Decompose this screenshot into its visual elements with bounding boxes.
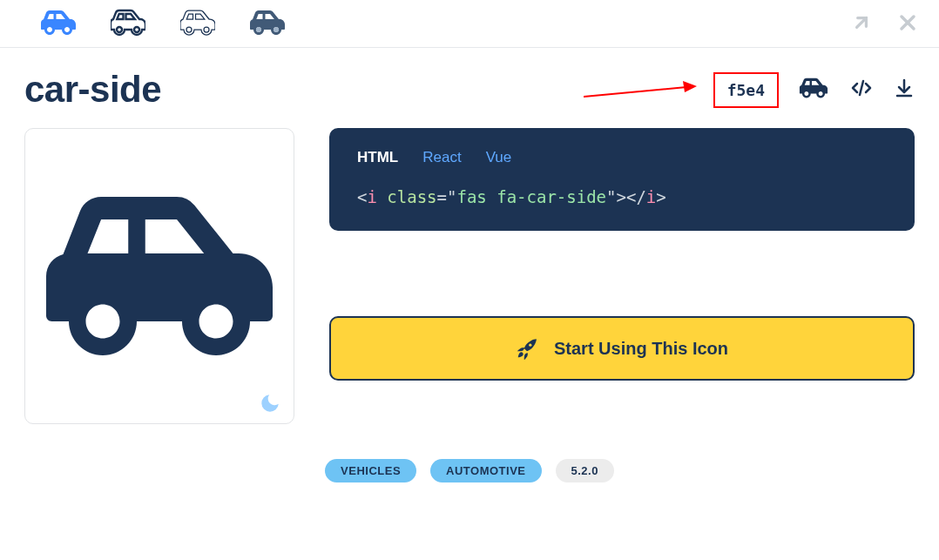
code-snippet[interactable]: <i class="fas fa-car-side"></i> <box>357 187 887 206</box>
tag-automotive[interactable]: AUTOMOTIVE <box>430 459 541 482</box>
svg-point-1 <box>274 27 279 32</box>
style-variants <box>38 9 287 37</box>
code-panel: HTML React Vue <i class="fas fa-car-side… <box>329 128 915 231</box>
car-side-icon <box>46 185 273 368</box>
svg-point-0 <box>256 27 261 32</box>
style-variant-duotone[interactable] <box>247 9 287 37</box>
style-variant-solid[interactable] <box>38 9 78 37</box>
svg-marker-3 <box>683 81 697 92</box>
download-icon[interactable] <box>894 78 915 102</box>
right-column: HTML React Vue <i class="fas fa-car-side… <box>329 128 915 381</box>
tag-vehicles[interactable]: VEHICLES <box>325 459 416 482</box>
code-tab-react[interactable]: React <box>422 149 461 166</box>
topbar <box>0 0 939 48</box>
code-tab-vue[interactable]: Vue <box>486 149 512 166</box>
icon-preview-small-icon[interactable] <box>798 77 829 103</box>
start-using-button[interactable]: Start Using This Icon <box>329 316 915 381</box>
style-variant-regular[interactable] <box>108 9 148 37</box>
style-variant-light[interactable] <box>178 9 218 37</box>
code-icon[interactable] <box>848 78 875 102</box>
icon-title: car-side <box>24 69 161 111</box>
svg-point-6 <box>529 344 531 347</box>
meta-actions: f5e4 <box>713 72 915 108</box>
top-actions <box>850 11 918 34</box>
code-tabs: HTML React Vue <box>357 149 887 166</box>
dark-mode-toggle[interactable] <box>259 392 281 415</box>
svg-line-2 <box>584 87 686 97</box>
annotation-arrow-icon <box>584 79 697 100</box>
unicode-value[interactable]: f5e4 <box>713 72 779 108</box>
moon-icon <box>259 392 281 415</box>
title-row: car-side f5e4 <box>0 48 939 128</box>
main-content: HTML React Vue <i class="fas fa-car-side… <box>0 128 939 424</box>
icon-preview-panel <box>24 128 294 424</box>
close-icon[interactable] <box>897 12 918 33</box>
cta-label: Start Using This Icon <box>554 339 728 359</box>
tags-row: VEHICLES AUTOMOTIVE 5.2.0 <box>0 459 939 482</box>
svg-line-4 <box>860 81 863 95</box>
version-pill[interactable]: 5.2.0 <box>556 459 614 482</box>
rocket-icon <box>516 337 538 360</box>
open-external-icon[interactable] <box>850 11 873 34</box>
code-tab-html[interactable]: HTML <box>357 149 398 166</box>
